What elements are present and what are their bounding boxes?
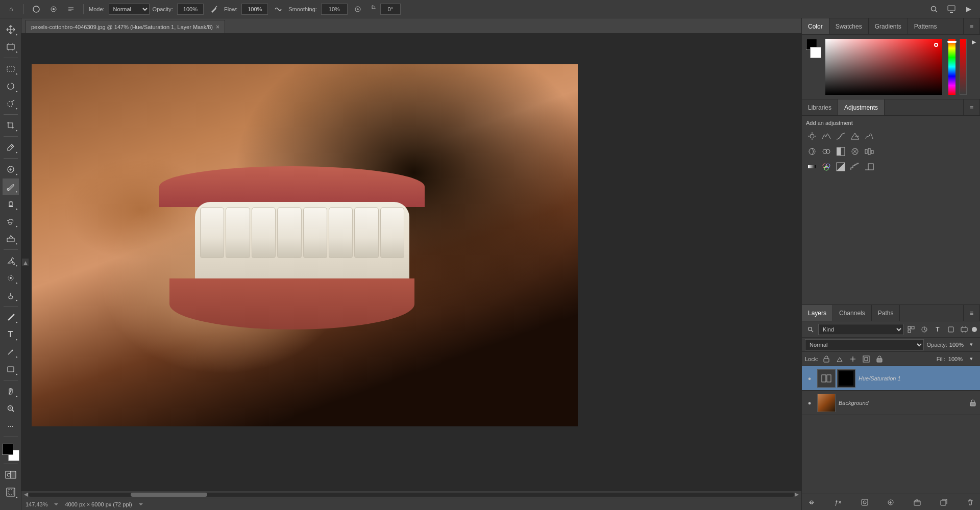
new-group-btn[interactable] bbox=[912, 497, 923, 508]
screen-mode-btn[interactable]: ▸ bbox=[3, 484, 19, 500]
more-btn[interactable]: ▶ bbox=[962, 2, 976, 16]
gradient-map-adj[interactable] bbox=[806, 161, 818, 173]
tab-adjustments[interactable]: Adjustments bbox=[838, 99, 885, 115]
flow-input[interactable] bbox=[241, 4, 268, 15]
blur-tool[interactable]: ▸ bbox=[3, 270, 19, 286]
layers-search-btn[interactable] bbox=[805, 324, 816, 335]
opacity-dropdown-btn[interactable]: ▾ bbox=[966, 339, 977, 350]
brightness-adj[interactable] bbox=[806, 130, 818, 142]
heal-tool[interactable]: ▸ bbox=[3, 161, 19, 177]
filter-shape-btn[interactable] bbox=[945, 324, 957, 335]
quick-mask-btn[interactable] bbox=[3, 467, 19, 483]
tab-layers[interactable]: Layers bbox=[802, 305, 833, 321]
photo-filter-adj[interactable] bbox=[849, 145, 861, 158]
link-layers-btn[interactable] bbox=[806, 497, 817, 508]
color-spectrum[interactable] bbox=[825, 39, 942, 95]
curves-adj[interactable] bbox=[835, 130, 847, 142]
dodge-tool[interactable]: ▸ bbox=[3, 287, 19, 303]
opacity-input[interactable] bbox=[177, 4, 204, 15]
paint-bucket-tool[interactable]: ▸ bbox=[3, 252, 19, 269]
levels-adj[interactable] bbox=[820, 130, 832, 142]
tab-channels[interactable]: Channels bbox=[833, 305, 872, 321]
horizontal-scrollbar[interactable] bbox=[21, 491, 801, 498]
extra-tool[interactable]: ··· bbox=[3, 418, 19, 434]
pen-tool[interactable]: ▸ bbox=[3, 309, 19, 325]
mode-dropdown[interactable]: Normal bbox=[109, 4, 150, 15]
adj-panel-menu[interactable]: ≡ bbox=[963, 99, 980, 115]
filter-smart-btn[interactable] bbox=[959, 324, 970, 335]
brush-tool[interactable]: ▸ bbox=[3, 178, 19, 195]
lock-pixels-btn[interactable] bbox=[835, 354, 845, 364]
posterize-adj[interactable] bbox=[849, 161, 861, 173]
lock-all-btn[interactable] bbox=[874, 354, 885, 364]
history-brush[interactable]: ▸ bbox=[3, 213, 19, 230]
foreground-color-swatch[interactable] bbox=[2, 444, 13, 455]
layer-visibility-hue-sat[interactable]: ● bbox=[805, 374, 814, 383]
artboard-tool[interactable]: ▸ bbox=[3, 39, 19, 55]
text-tool[interactable]: T ▸ bbox=[3, 326, 19, 343]
scroll-track[interactable] bbox=[29, 493, 794, 497]
layer-visibility-bg[interactable]: ● bbox=[805, 398, 814, 407]
angle-input[interactable] bbox=[380, 4, 401, 15]
layers-kind-select[interactable]: Kind bbox=[818, 324, 903, 335]
fill-dropdown-btn[interactable]: ▾ bbox=[966, 353, 977, 365]
canvas-wrapper[interactable] bbox=[21, 34, 801, 491]
search-btn[interactable] bbox=[927, 2, 941, 16]
hand-tool[interactable]: ▸ bbox=[3, 383, 19, 399]
threshold-adj[interactable] bbox=[863, 161, 875, 173]
stamp-tool[interactable]: ▸ bbox=[3, 196, 19, 212]
tab-patterns[interactable]: Patterns bbox=[908, 18, 944, 34]
move-tool[interactable]: ▸ bbox=[3, 21, 19, 38]
brush-tool-options[interactable] bbox=[29, 2, 43, 16]
vibrance-adj[interactable] bbox=[863, 130, 875, 142]
layer-row-background[interactable]: ● Background bbox=[802, 391, 980, 415]
fill-value[interactable]: 100% bbox=[948, 356, 963, 362]
scroll-thumb[interactable] bbox=[131, 493, 207, 497]
tab-gradients[interactable]: Gradients bbox=[869, 18, 908, 34]
selective-color-adj[interactable] bbox=[820, 161, 832, 173]
smoothing-input[interactable] bbox=[321, 4, 348, 15]
layers-panel-menu[interactable]: ≡ bbox=[963, 305, 980, 321]
tab-paths[interactable]: Paths bbox=[872, 305, 900, 321]
zoom-tool[interactable] bbox=[3, 400, 19, 417]
flow-btn[interactable] bbox=[271, 2, 285, 16]
brush-size-btn[interactable] bbox=[46, 2, 61, 16]
document-tab[interactable]: pexels-cottonbro-4046309.jpg @ 147% (Hue… bbox=[26, 20, 225, 33]
blend-mode-select[interactable]: Normal bbox=[805, 339, 924, 350]
tab-swatches[interactable]: Swatches bbox=[829, 18, 869, 34]
filter-adj-btn[interactable] bbox=[919, 324, 930, 335]
delete-layer-btn[interactable] bbox=[965, 497, 976, 508]
airbrush-btn[interactable] bbox=[207, 2, 221, 16]
layer-row-hue-sat[interactable]: ● Hue/Saturation 1 bbox=[802, 366, 980, 391]
add-mask-btn[interactable] bbox=[859, 497, 870, 508]
lock-transparent-btn[interactable] bbox=[821, 354, 831, 364]
color-balance-adj[interactable] bbox=[820, 145, 832, 158]
crop-tool[interactable]: ▸ bbox=[3, 117, 19, 134]
color-panel-menu[interactable]: ≡ bbox=[963, 18, 980, 34]
tab-libraries[interactable]: Libraries bbox=[802, 99, 838, 115]
hue-bar[interactable] bbox=[948, 39, 955, 95]
eraser-tool[interactable]: ▸ bbox=[3, 231, 19, 247]
fx-btn[interactable]: ƒ× bbox=[832, 497, 844, 508]
filter-toggle[interactable] bbox=[972, 327, 977, 332]
color-expand-btn[interactable]: ▶ bbox=[971, 39, 976, 45]
filter-type-btn[interactable]: T bbox=[932, 324, 943, 335]
lock-artboard-btn[interactable] bbox=[861, 354, 871, 364]
exposure-adj[interactable] bbox=[849, 130, 861, 142]
lasso-tool[interactable]: ▸ bbox=[3, 78, 19, 94]
home-button[interactable]: ⌂ bbox=[4, 2, 18, 16]
path-select-tool[interactable]: ▸ bbox=[3, 344, 19, 360]
hue-sat-adj[interactable] bbox=[806, 145, 818, 158]
brush-preset-btn[interactable] bbox=[64, 2, 78, 16]
lock-position-btn[interactable] bbox=[848, 354, 858, 364]
bg-swatch[interactable] bbox=[810, 47, 821, 58]
new-fill-adj-btn[interactable] bbox=[885, 497, 896, 508]
tab-color[interactable]: Color bbox=[802, 18, 829, 34]
channel-mixer-adj[interactable] bbox=[863, 145, 875, 158]
shape-tool[interactable]: ▸ bbox=[3, 361, 19, 377]
alpha-bar[interactable] bbox=[960, 39, 967, 95]
smoothing-options-btn[interactable] bbox=[351, 2, 365, 16]
opacity-value[interactable]: 100% bbox=[949, 342, 964, 348]
invert-adj[interactable] bbox=[835, 161, 847, 173]
workspace-btn[interactable] bbox=[944, 2, 959, 16]
